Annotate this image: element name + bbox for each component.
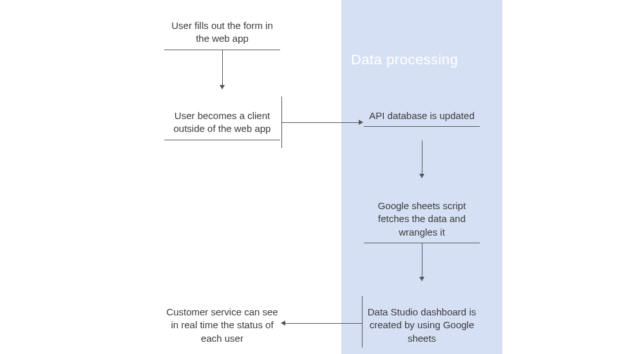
node-dashboard: Data Studio dashboard is created by usin… bbox=[364, 306, 480, 345]
arrow-script-to-dashboard bbox=[422, 243, 422, 277]
node-sheets-script: Google sheets script fetches the data an… bbox=[364, 200, 480, 243]
arrow-dashboard-to-cs bbox=[285, 323, 363, 324]
arrow-client-to-api bbox=[281, 122, 359, 123]
arrow-form-to-client bbox=[222, 50, 223, 85]
arrow-head-left-icon bbox=[281, 321, 285, 326]
node-client-text: User becomes a client outside of the web… bbox=[164, 109, 280, 136]
arrow-head-down-icon bbox=[220, 85, 225, 89]
arrow-head-down-icon bbox=[419, 277, 424, 281]
node-api-text: API database is updated bbox=[364, 109, 480, 122]
node-form-text: User fills out the form in the web app bbox=[164, 19, 280, 46]
node-sheets-script-text: Google sheets script fetches the data an… bbox=[364, 200, 480, 239]
node-customer-service: Customer service can see in real time th… bbox=[164, 306, 280, 345]
node-divider bbox=[364, 126, 480, 127]
node-dashboard-text: Data Studio dashboard is created by usin… bbox=[364, 306, 480, 345]
panel-title: Data processing bbox=[351, 51, 458, 68]
node-client: User becomes a client outside of the web… bbox=[164, 109, 280, 140]
node-divider bbox=[164, 140, 280, 140]
node-form: User fills out the form in the web app bbox=[164, 19, 280, 50]
arrow-api-to-script bbox=[422, 140, 422, 174]
arrow-head-down-icon bbox=[419, 174, 424, 178]
node-api: API database is updated bbox=[364, 109, 480, 127]
arrow-head-right-icon bbox=[359, 120, 363, 125]
connector-tail bbox=[362, 296, 363, 348]
node-customer-service-text: Customer service can see in real time th… bbox=[164, 306, 280, 345]
